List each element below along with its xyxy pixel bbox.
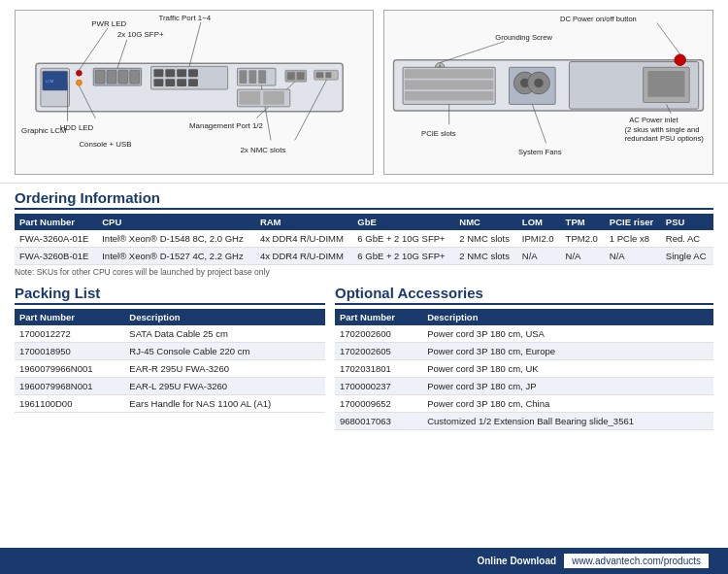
ordering-cell: IPMI2.0: [517, 230, 561, 248]
ordering-cell: 6 GbE + 2 10G SFP+: [352, 248, 454, 265]
svg-rect-54: [405, 69, 493, 79]
accessories-title: Optional Accessories: [335, 285, 713, 305]
ordering-title: Ordering Information: [15, 189, 713, 210]
accessories-cell: Power cord 3P 180 cm, USA: [422, 325, 713, 343]
diagram-left: LCM: [15, 10, 374, 175]
svg-point-61: [534, 79, 544, 88]
ordering-cell: FWA-3260B-01E: [15, 248, 97, 265]
footer-url: www.advantech.com/products: [564, 554, 709, 568]
svg-point-4: [76, 70, 82, 76]
col-ram: RAM: [255, 214, 352, 230]
accessories-section: Optional Accessories Part Number Descrip…: [335, 285, 713, 430]
ordering-cell: 4x DDR4 R/U-DIMM: [255, 230, 352, 248]
accessories-table: Part Number Description 1702002600Power …: [335, 309, 713, 430]
col-psu: PSU: [661, 214, 713, 230]
accessories-row: 1700000237Power cord 3P 180 cm, JP: [335, 378, 713, 395]
svg-rect-12: [153, 69, 163, 77]
packing-cell: 1961100D00: [15, 395, 124, 413]
footer-label: Online Download: [477, 556, 556, 566]
svg-line-36: [189, 22, 201, 66]
packing-table: Part Number Description 1700012272SATA D…: [15, 309, 325, 413]
accessories-cell: Power cord 3P 180 cm, Europe: [422, 343, 713, 360]
svg-line-66: [657, 23, 680, 54]
col-part-number: Part Number: [15, 214, 97, 230]
packing-title: Packing List: [15, 285, 325, 305]
packing-row: 1700018950RJ-45 Console Cable 220 cm: [15, 343, 325, 360]
svg-point-65: [675, 54, 685, 65]
col-pcie-riser: PCIE riser: [605, 214, 661, 230]
packing-row: 1961100D00Ears Handle for NAS 1100 AL (A…: [15, 395, 325, 413]
acc-col-part: Part Number: [335, 309, 422, 325]
packing-row: 1960079968N001EAR-L 295U FWA-3260: [15, 378, 325, 395]
svg-text:DC Power on/off button: DC Power on/off button: [560, 15, 637, 23]
accessories-cell: Power cord 3P 180 cm, JP: [422, 378, 713, 395]
packing-row: 1960079966N001EAR-R 295U FWA-3260: [15, 360, 325, 378]
diagrams-section: LCM: [0, 0, 728, 184]
ordering-table: Part Number CPU RAM GbE NMC LOM TPM PCIE…: [15, 214, 713, 265]
ordering-cell: TPM2.0: [561, 230, 605, 248]
accessories-cell: 1702002605: [335, 343, 422, 360]
packing-cell: SATA Data Cable 25 cm: [124, 325, 325, 343]
svg-rect-19: [188, 79, 198, 86]
packing-col-desc: Description: [124, 309, 325, 325]
svg-text:AC Power inlet: AC Power inlet: [629, 116, 678, 124]
footer: Online Download www.advantech.com/produc…: [0, 548, 728, 574]
svg-rect-26: [297, 72, 305, 80]
accessories-cell: Power cord 3P 180 cm, China: [422, 395, 713, 413]
svg-rect-16: [153, 79, 163, 86]
svg-rect-21: [239, 70, 247, 84]
svg-text:PWR LED: PWR LED: [91, 19, 126, 28]
accessories-row: 1702002605Power cord 3P 180 cm, Europe: [335, 343, 713, 360]
packing-cell: EAR-R 295U FWA-3260: [124, 360, 325, 378]
ordering-cell: 4x DDR4 R/U-DIMM: [255, 248, 352, 265]
packing-row: 1700012272SATA Data Cable 25 cm: [15, 325, 325, 343]
right-diagram-svg: DC Power on/off button Grounding Screw P…: [384, 11, 712, 174]
bottom-sections: Packing List Part Number Description 170…: [0, 281, 728, 434]
svg-rect-7: [95, 70, 105, 84]
ordering-note: Note: SKUs for other CPU cores will be l…: [15, 267, 713, 277]
ordering-cell: 6 GbE + 2 10G SFP+: [352, 230, 454, 248]
svg-rect-56: [405, 91, 493, 101]
col-tpm: TPM: [561, 214, 605, 230]
svg-rect-8: [107, 70, 116, 84]
svg-text:PCIE slots: PCIE slots: [421, 129, 456, 138]
ordering-row: FWA-3260B-01EIntel® Xeon® D-1527 4C, 2.2…: [15, 248, 713, 265]
svg-text:2x NMC slots: 2x NMC slots: [240, 146, 285, 154]
svg-rect-17: [165, 79, 175, 86]
svg-text:redundant PSU options): redundant PSU options): [625, 134, 705, 143]
svg-point-5: [76, 80, 82, 85]
svg-rect-55: [405, 81, 493, 90]
accessories-cell: 1702031801: [335, 360, 422, 378]
ordering-cell: 1 PCle x8: [605, 230, 661, 248]
ordering-cell: N/A: [517, 248, 561, 265]
packing-cell: RJ-45 Console Cable 220 cm: [124, 343, 325, 360]
packing-cell: 1700018950: [15, 343, 124, 360]
diagram-right: DC Power on/off button Grounding Screw P…: [383, 10, 713, 175]
col-nmc: NMC: [454, 214, 517, 230]
col-gbe: GbE: [352, 214, 454, 230]
accessories-cell: 1702002600: [335, 325, 422, 343]
ordering-section: Ordering Information Part Number CPU RAM…: [0, 184, 728, 281]
left-diagram-svg: LCM: [16, 11, 373, 174]
svg-text:HDD LED: HDD LED: [60, 123, 94, 132]
svg-rect-14: [177, 69, 186, 77]
col-lom: LOM: [517, 214, 561, 230]
ordering-cell: Intel® Xeon® D-1527 4C, 2.2 GHz: [97, 248, 255, 265]
ordering-row: FWA-3260A-01EIntel® Xeon® D-1548 8C, 2.0…: [15, 230, 713, 248]
svg-text:Management Port 1/2: Management Port 1/2: [189, 121, 263, 130]
packing-cell: Ears Handle for NAS 1100 AL (A1): [124, 395, 325, 413]
ordering-cell: 2 NMC slots: [454, 230, 517, 248]
svg-rect-25: [287, 72, 295, 80]
ordering-cell: FWA-3260A-01E: [15, 230, 97, 248]
accessories-cell: Power cord 3P 180 cm, UK: [422, 360, 713, 378]
svg-rect-10: [130, 70, 140, 84]
ordering-cell: Single AC: [661, 248, 713, 265]
svg-rect-22: [248, 70, 256, 84]
svg-rect-29: [325, 72, 331, 78]
accessories-row: 1702031801Power cord 3P 180 cm, UK: [335, 360, 713, 378]
ordering-cell: 2 NMC slots: [454, 248, 517, 265]
accessories-header-row: Part Number Description: [335, 309, 713, 325]
col-cpu: CPU: [97, 214, 255, 230]
svg-rect-9: [118, 70, 128, 84]
packing-cell: 1960079966N001: [15, 360, 124, 378]
